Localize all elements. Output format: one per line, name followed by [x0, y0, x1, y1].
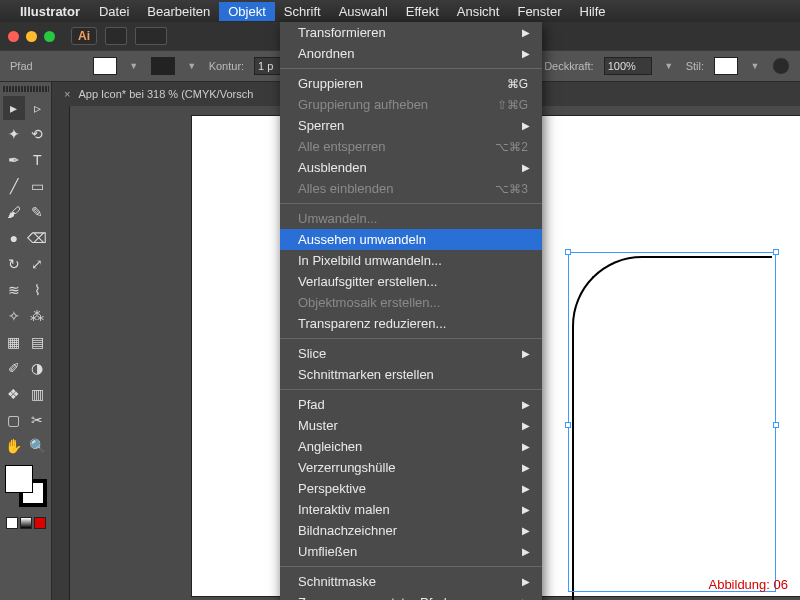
menu-item[interactable]: Ausblenden▶ — [280, 157, 542, 178]
maximize-icon[interactable] — [44, 31, 55, 42]
chevron-down-icon[interactable]: ▼ — [185, 59, 199, 73]
shortcut-label: ⌘G — [507, 77, 528, 91]
menu-item: Umwandeln... — [280, 208, 542, 229]
menu-bearbeiten[interactable]: Bearbeiten — [138, 2, 219, 21]
close-tab-icon[interactable]: × — [64, 88, 70, 100]
submenu-arrow-icon: ▶ — [522, 546, 530, 557]
selection-handle[interactable] — [565, 249, 571, 255]
submenu-arrow-icon: ▶ — [522, 483, 530, 494]
pencil-tool[interactable]: ✎ — [27, 200, 49, 224]
blend-tool[interactable]: ◑ — [27, 356, 49, 380]
stroke-label: Kontur: — [209, 60, 244, 72]
chevron-down-icon[interactable]: ▼ — [662, 59, 676, 73]
arrange-icon[interactable] — [135, 27, 167, 45]
type-tool[interactable]: T — [27, 148, 49, 172]
grad-tool[interactable]: ▤ — [27, 330, 49, 354]
submenu-arrow-icon: ▶ — [522, 420, 530, 431]
wand-tool[interactable]: ✦ — [3, 122, 25, 146]
fill-stroke-control[interactable] — [5, 465, 47, 507]
dsel-tool[interactable]: ▹ — [27, 96, 49, 120]
rect-tool[interactable]: ▭ — [27, 174, 49, 198]
menu-item[interactable]: Schnittmarken erstellen — [280, 364, 542, 385]
sel-tool[interactable]: ▸ — [3, 96, 25, 120]
rotate-tool[interactable]: ↻ — [3, 252, 25, 276]
stroke-swatch[interactable] — [151, 57, 175, 75]
selection-handle[interactable] — [773, 422, 779, 428]
ruler-vertical — [52, 106, 70, 600]
style-swatch[interactable] — [714, 57, 738, 75]
pen-tool[interactable]: ✒ — [3, 148, 25, 172]
menu-item[interactable]: Verzerrungshülle▶ — [280, 457, 542, 478]
menu-item[interactable]: Muster▶ — [280, 415, 542, 436]
shortcut-label: ⌥⌘3 — [495, 182, 528, 196]
chevron-down-icon[interactable]: ▼ — [127, 59, 141, 73]
menu-item[interactable]: Slice▶ — [280, 343, 542, 364]
shb-tool[interactable]: ✧ — [3, 304, 25, 328]
menu-item[interactable]: Gruppieren⌘G — [280, 73, 542, 94]
minimize-icon[interactable] — [26, 31, 37, 42]
panel-grip[interactable] — [2, 86, 49, 92]
menu-effekt[interactable]: Effekt — [397, 2, 448, 21]
menu-item[interactable]: Pfad▶ — [280, 394, 542, 415]
color-mode-swatches[interactable] — [2, 517, 49, 529]
selection-handle[interactable] — [773, 249, 779, 255]
opacity-input[interactable] — [604, 57, 652, 75]
menu-item[interactable]: Schnittmaske▶ — [280, 571, 542, 592]
menu-item[interactable]: Interaktiv malen▶ — [280, 499, 542, 520]
chevron-down-icon[interactable]: ▼ — [748, 59, 762, 73]
recolor-icon[interactable] — [772, 57, 790, 75]
window-controls — [8, 31, 55, 42]
menu-item[interactable]: Sperren▶ — [280, 115, 542, 136]
lasso-tool[interactable]: ⟲ — [27, 122, 49, 146]
menu-objekt[interactable]: Objekt — [219, 2, 275, 21]
menu-item[interactable]: Verlaufsgitter erstellen... — [280, 271, 542, 292]
close-icon[interactable] — [8, 31, 19, 42]
submenu-arrow-icon: ▶ — [522, 441, 530, 452]
warp-tool[interactable]: ⌇ — [27, 278, 49, 302]
menu-ansicht[interactable]: Ansicht — [448, 2, 509, 21]
menu-hilfe[interactable]: Hilfe — [571, 2, 615, 21]
menu-item[interactable]: Aussehen umwandeln — [280, 229, 542, 250]
menu-item[interactable]: Bildnachzeichner▶ — [280, 520, 542, 541]
mesh-tool[interactable]: ▦ — [3, 330, 25, 354]
menu-item[interactable]: Transformieren▶ — [280, 22, 542, 43]
tools-panel: ▸▹✦⟲✒T╱▭🖌✎●⌫↻⤢≋⌇✧⁂▦▤✐◑❖▥▢✂✋🔍 — [0, 82, 52, 600]
menu-item: Gruppierung aufheben⇧⌘G — [280, 94, 542, 115]
zoom-tool[interactable]: 🔍 — [27, 434, 49, 458]
menu-item: Objektmosaik erstellen... — [280, 292, 542, 313]
eyedrop-tool[interactable]: ✐ — [3, 356, 25, 380]
menu-item[interactable]: Anordnen▶ — [280, 43, 542, 64]
menu-item[interactable]: Zusammengesetzter Pfad▶ — [280, 592, 542, 600]
width-tool[interactable]: ≋ — [3, 278, 25, 302]
fill-swatch[interactable] — [93, 57, 117, 75]
figure-caption: Abbildung: 06 — [708, 577, 788, 592]
submenu-arrow-icon: ▶ — [522, 399, 530, 410]
submenu-arrow-icon: ▶ — [522, 462, 530, 473]
spray-tool[interactable]: ⁂ — [27, 304, 49, 328]
artb-tool[interactable]: ▢ — [3, 408, 25, 432]
menu-item[interactable]: Umfließen▶ — [280, 541, 542, 562]
menu-item[interactable]: Angleichen▶ — [280, 436, 542, 457]
objekt-dropdown: Transformieren▶Anordnen▶Gruppieren⌘GGrup… — [280, 22, 542, 600]
line-tool[interactable]: ╱ — [3, 174, 25, 198]
menu-auswahl[interactable]: Auswahl — [330, 2, 397, 21]
slice-tool[interactable]: ✂ — [27, 408, 49, 432]
bridge-icon[interactable] — [105, 27, 127, 45]
hand-tool[interactable]: ✋ — [3, 434, 25, 458]
menu-fenster[interactable]: Fenster — [508, 2, 570, 21]
opacity-label: Deckkraft: — [544, 60, 594, 72]
selection-handle[interactable] — [565, 422, 571, 428]
menu-item[interactable]: Transparenz reduzieren... — [280, 313, 542, 334]
brush-tool[interactable]: 🖌 — [3, 200, 25, 224]
menu-datei[interactable]: Datei — [90, 2, 138, 21]
menu-item[interactable]: In Pixelbild umwandeln... — [280, 250, 542, 271]
scale-tool[interactable]: ⤢ — [27, 252, 49, 276]
eraser-tool[interactable]: ⌫ — [27, 226, 49, 250]
menu-item[interactable]: Perspektive▶ — [280, 478, 542, 499]
graph-tool[interactable]: ▥ — [27, 382, 49, 406]
artboard — [542, 116, 800, 596]
blob-tool[interactable]: ● — [3, 226, 25, 250]
app-name[interactable]: Illustrator — [20, 4, 80, 19]
sym-tool[interactable]: ❖ — [3, 382, 25, 406]
menu-schrift[interactable]: Schrift — [275, 2, 330, 21]
